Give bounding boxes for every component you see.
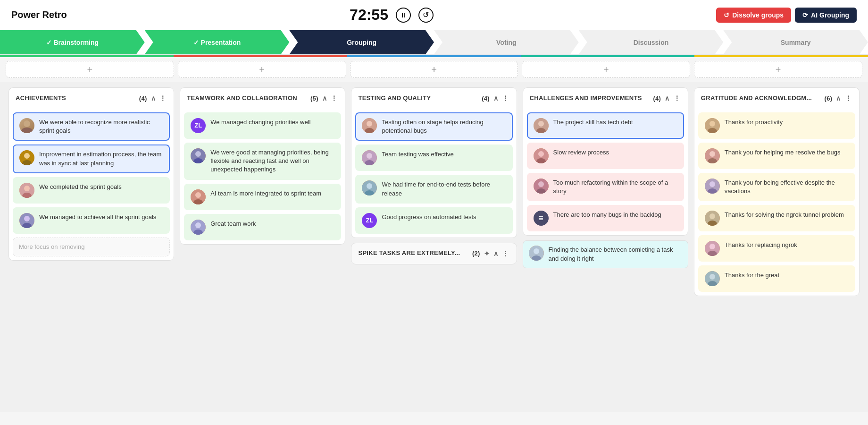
collapse-icon-5[interactable]: ∧ [835,94,842,103]
card-challenges-3[interactable]: Too much refactoring within the scope of… [527,173,684,201]
card-challenges-2[interactable]: Slow review process [527,143,684,169]
card-testing-4-text: Good progress on automated tests [382,213,506,221]
column-challenges-extra: Finding the balance between comleting a … [523,240,688,268]
card-gratitude-6[interactable]: Thanks for the great [698,265,855,292]
card-teamwork-1-text: We managed changing priorities well [210,118,334,127]
pause-button[interactable]: ⏸ [396,8,411,23]
column-testing-title: TESTING AND QUALITY [358,94,479,102]
card-testing-3[interactable]: We had time for end-to-end tests before … [355,175,512,203]
column-challenges-card: CHALLENGES AND IMPROVEMENTS (4) ∧ ⋮ The … [523,87,688,236]
menu-icon-spike[interactable]: ⋮ [501,249,509,258]
collapse-icon-3[interactable]: ∧ [492,94,499,103]
card-challenges-1[interactable]: The project still has tech debt [527,112,684,139]
column-challenges-count: (4) [653,95,661,102]
avatar-20 [705,271,720,286]
column-teamwork-count: (5) [310,95,318,102]
svg-point-3 [24,153,30,159]
column-achievements-card: ACHIEVEMENTS (4) ∧ ⋮ We were able to rec… [8,87,174,261]
card-challenges-extra-text: Finding the balance between comleting a … [549,246,682,263]
add-column-btn-1[interactable]: + [6,61,174,78]
add-column-btn-2[interactable]: + [178,61,346,78]
card-testing-4[interactable]: ZL Good progress on automated tests [355,207,512,234]
add-column-row: + + + + + [0,57,868,82]
collapse-icon-4[interactable]: ∧ [664,94,670,103]
card-achievement-1[interactable]: We were able to recognize more realistic… [13,112,170,141]
ai-icon: ⟳ [802,11,808,19]
menu-icon[interactable]: ⋮ [159,94,167,103]
step-voting-label: Voting [496,39,517,46]
add-column-btn-5[interactable]: + [694,61,862,78]
card-challenges-4[interactable]: ≡ There are too many bugs in the backlog [527,205,684,231]
history-button[interactable]: ↺ [418,8,434,23]
card-testing-1-text: Testing often on stage helps reducing po… [382,118,506,135]
ai-grouping-button[interactable]: ⟳ AI Grouping [795,8,857,23]
avatar-7 [191,220,206,235]
avatar-6 [191,189,206,204]
gratitude-cards: Thanks for proactivity Thank you for hel… [694,109,859,296]
card-gratitude-2-text: Thank you for helping me resolve the bug… [725,148,849,157]
card-challenges-extra[interactable]: Finding the balance between comleting a … [523,240,688,268]
card-teamwork-3[interactable]: AI team is more integrated to sprint tea… [184,184,341,210]
step-voting[interactable]: Voting [434,30,579,54]
card-teamwork-4[interactable]: Great team work [184,214,341,240]
add-column-btn-4[interactable]: + [522,61,690,78]
card-gratitude-2[interactable]: Thank you for helping me resolve the bug… [698,143,855,169]
step-discussion-label: Discussion [634,39,669,46]
menu-icon-5[interactable]: ⋮ [844,94,852,103]
card-achievement-2[interactable]: Improvement in estimation process, the t… [13,144,170,173]
svg-point-6 [24,186,30,191]
card-challenges-1-text: The project still has tech debt [553,118,677,127]
menu-icon-4[interactable]: ⋮ [673,94,681,103]
card-teamwork-2[interactable]: We were good at managing priorities, bei… [184,143,341,180]
svg-point-9 [24,216,30,221]
avatar-10 [362,180,377,196]
card-gratitude-5[interactable]: Thanks for replacing ngrok [698,235,855,262]
avatar-dark: ≡ [534,211,549,226]
step-grouping[interactable]: Grouping [289,30,434,54]
collapse-icon-spike[interactable]: ∧ [492,249,499,258]
step-summary[interactable]: Summary [723,30,868,54]
avatar-14 [529,246,544,261]
card-testing-2[interactable]: Team testing was effective [355,144,512,171]
step-presentation[interactable]: ✓ Presentation [145,30,290,54]
card-gratitude-6-text: Thanks for the great [725,271,849,280]
color-bar-red [174,55,347,57]
avatar-13 [534,178,549,194]
add-column-btn-3[interactable]: + [350,61,518,78]
card-achievement-2-text: Improvement in estimation process, the t… [39,150,163,167]
card-teamwork-4-text: Great team work [210,220,334,228]
card-teamwork-1[interactable]: ZL We managed changing priorities well [184,112,341,139]
menu-icon-3[interactable]: ⋮ [501,94,509,103]
avatar-4 [19,213,34,228]
menu-icon-2[interactable]: ⋮ [330,94,338,103]
card-achievement-1-text: We were able to recognize more realistic… [39,118,163,135]
column-gratitude-header: GRATITUDE AND ACKNOWLEDGM... (6) ∧ ⋮ [694,88,859,109]
color-bar-blue [347,55,521,57]
card-gratitude-3[interactable]: Thank you for being effective despite th… [698,173,855,201]
avatar-zl: ZL [191,118,206,133]
avatar-1 [19,118,34,133]
card-achievement-more[interactable]: More focus on removing [13,238,170,256]
step-brainstorming[interactable]: ✓ Brainstorming [0,30,145,54]
card-testing-3-text: We had time for end-to-end tests before … [382,180,506,197]
card-achievement-more-text: More focus on removing [19,243,164,251]
card-achievement-4[interactable]: We managed to achieve all the sprint goa… [13,207,170,234]
dissolve-groups-button[interactable]: ↺ Dissolve groups [716,8,791,23]
column-teamwork-title: TEAMWORK AND COLLABORATION [187,94,308,102]
card-achievement-3[interactable]: We completed the sprint goals [13,177,170,204]
card-gratitude-1[interactable]: Thanks for proactivity [698,112,855,139]
card-challenges-4-text: There are too many bugs in the backlog [553,211,677,219]
collapse-icon-2[interactable]: ∧ [321,94,328,103]
collapse-icon[interactable]: ∧ [150,94,157,103]
card-gratitude-5-text: Thanks for replacing ngrok [725,241,849,249]
step-presentation-label: ✓ Presentation [193,39,241,46]
card-gratitude-4[interactable]: Thanks for solving the ngrok tunnel prob… [698,205,855,231]
card-gratitude-4-text: Thanks for solving the ngrok tunnel prob… [725,211,849,219]
card-achievement-3-text: We completed the sprint goals [39,183,163,191]
column-teamwork-actions: ∧ ⋮ [321,94,339,103]
card-gratitude-1-text: Thanks for proactivity [725,118,849,127]
step-discussion[interactable]: Discussion [579,30,724,54]
card-testing-1[interactable]: Testing often on stage helps reducing po… [355,112,512,141]
ai-label: AI Grouping [811,11,849,19]
column-testing-card: TESTING AND QUALITY (4) ∧ ⋮ Testing ofte… [351,87,517,238]
